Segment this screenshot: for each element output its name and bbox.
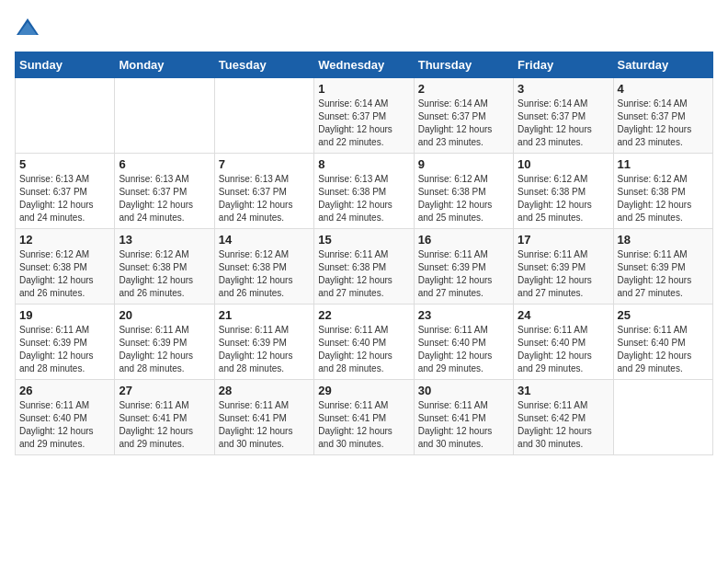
day-info: Sunrise: 6:11 AM Sunset: 6:39 PM Dayligh… (219, 324, 310, 375)
day-info: Sunrise: 6:13 AM Sunset: 6:37 PM Dayligh… (19, 173, 110, 224)
day-info: Sunrise: 6:11 AM Sunset: 6:41 PM Dayligh… (418, 399, 509, 451)
day-info: Sunrise: 6:12 AM Sunset: 6:38 PM Dayligh… (19, 248, 110, 300)
calendar-cell (115, 78, 214, 154)
calendar-cell: 30Sunrise: 6:11 AM Sunset: 6:41 PM Dayli… (414, 380, 513, 455)
calendar-cell: 4Sunrise: 6:14 AM Sunset: 6:37 PM Daylig… (613, 78, 712, 154)
day-info: Sunrise: 6:11 AM Sunset: 6:42 PM Dayligh… (518, 399, 609, 451)
weekday-header-thursday: Thursday (414, 52, 513, 78)
calendar-cell: 26Sunrise: 6:11 AM Sunset: 6:40 PM Dayli… (16, 380, 115, 455)
weekday-header-sunday: Sunday (16, 52, 115, 78)
day-info: Sunrise: 6:11 AM Sunset: 6:39 PM Dayligh… (418, 248, 509, 300)
calendar-cell (613, 380, 712, 455)
day-info: Sunrise: 6:11 AM Sunset: 6:40 PM Dayligh… (418, 324, 509, 375)
day-info: Sunrise: 6:11 AM Sunset: 6:40 PM Dayligh… (518, 324, 609, 375)
calendar-cell: 5Sunrise: 6:13 AM Sunset: 6:37 PM Daylig… (16, 154, 115, 229)
day-number: 3 (518, 82, 609, 96)
calendar-cell: 19Sunrise: 6:11 AM Sunset: 6:39 PM Dayli… (16, 304, 115, 380)
day-info: Sunrise: 6:14 AM Sunset: 6:37 PM Dayligh… (618, 98, 709, 149)
day-number: 9 (418, 157, 509, 171)
day-number: 28 (219, 384, 310, 397)
weekday-header-friday: Friday (514, 52, 613, 78)
day-number: 26 (19, 384, 110, 397)
calendar-cell: 6Sunrise: 6:13 AM Sunset: 6:37 PM Daylig… (115, 154, 214, 229)
day-info: Sunrise: 6:13 AM Sunset: 6:37 PM Dayligh… (219, 173, 310, 224)
day-number: 5 (19, 157, 110, 171)
calendar-cell: 2Sunrise: 6:14 AM Sunset: 6:37 PM Daylig… (414, 78, 513, 154)
calendar-cell: 3Sunrise: 6:14 AM Sunset: 6:37 PM Daylig… (514, 78, 613, 154)
calendar-cell: 27Sunrise: 6:11 AM Sunset: 6:41 PM Dayli… (115, 380, 214, 455)
calendar-week-row: 26Sunrise: 6:11 AM Sunset: 6:40 PM Dayli… (16, 380, 713, 455)
day-number: 12 (19, 233, 110, 247)
day-number: 29 (318, 384, 409, 397)
day-number: 20 (119, 308, 210, 322)
day-number: 6 (119, 157, 210, 171)
calendar-cell: 7Sunrise: 6:13 AM Sunset: 6:37 PM Daylig… (214, 154, 313, 229)
day-number: 15 (318, 233, 409, 247)
day-number: 11 (618, 157, 709, 171)
weekday-header-row: SundayMondayTuesdayWednesdayThursdayFrid… (16, 52, 713, 78)
calendar-cell: 15Sunrise: 6:11 AM Sunset: 6:38 PM Dayli… (314, 229, 414, 304)
weekday-header-wednesday: Wednesday (314, 52, 414, 78)
calendar-cell: 31Sunrise: 6:11 AM Sunset: 6:42 PM Dayli… (514, 380, 613, 455)
day-info: Sunrise: 6:11 AM Sunset: 6:41 PM Dayligh… (119, 399, 210, 451)
day-info: Sunrise: 6:13 AM Sunset: 6:38 PM Dayligh… (318, 173, 409, 224)
day-info: Sunrise: 6:11 AM Sunset: 6:39 PM Dayligh… (119, 324, 210, 375)
day-info: Sunrise: 6:11 AM Sunset: 6:41 PM Dayligh… (219, 399, 310, 451)
day-number: 24 (518, 308, 609, 322)
calendar-cell: 21Sunrise: 6:11 AM Sunset: 6:39 PM Dayli… (214, 304, 313, 380)
day-info: Sunrise: 6:12 AM Sunset: 6:38 PM Dayligh… (119, 248, 210, 300)
logo (15, 15, 44, 40)
calendar-cell (16, 78, 115, 154)
day-info: Sunrise: 6:11 AM Sunset: 6:41 PM Dayligh… (318, 399, 409, 451)
calendar-week-row: 12Sunrise: 6:12 AM Sunset: 6:38 PM Dayli… (16, 229, 713, 304)
calendar-cell: 29Sunrise: 6:11 AM Sunset: 6:41 PM Dayli… (314, 380, 414, 455)
day-info: Sunrise: 6:11 AM Sunset: 6:40 PM Dayligh… (19, 399, 110, 451)
day-number: 10 (518, 157, 609, 171)
calendar-cell: 9Sunrise: 6:12 AM Sunset: 6:38 PM Daylig… (414, 154, 513, 229)
day-number: 27 (119, 384, 210, 397)
calendar-week-row: 5Sunrise: 6:13 AM Sunset: 6:37 PM Daylig… (16, 154, 713, 229)
day-number: 21 (219, 308, 310, 322)
calendar-week-row: 1Sunrise: 6:14 AM Sunset: 6:37 PM Daylig… (16, 78, 713, 154)
day-info: Sunrise: 6:11 AM Sunset: 6:40 PM Dayligh… (318, 324, 409, 375)
day-info: Sunrise: 6:11 AM Sunset: 6:38 PM Dayligh… (318, 248, 409, 300)
calendar-cell: 11Sunrise: 6:12 AM Sunset: 6:38 PM Dayli… (613, 154, 712, 229)
day-number: 22 (318, 308, 409, 322)
day-number: 30 (418, 384, 509, 397)
day-info: Sunrise: 6:12 AM Sunset: 6:38 PM Dayligh… (618, 173, 709, 224)
calendar-cell: 8Sunrise: 6:13 AM Sunset: 6:38 PM Daylig… (314, 154, 414, 229)
day-info: Sunrise: 6:11 AM Sunset: 6:39 PM Dayligh… (19, 324, 110, 375)
day-number: 23 (418, 308, 509, 322)
calendar-cell: 14Sunrise: 6:12 AM Sunset: 6:38 PM Dayli… (214, 229, 313, 304)
calendar-cell: 12Sunrise: 6:12 AM Sunset: 6:38 PM Dayli… (16, 229, 115, 304)
calendar-cell: 10Sunrise: 6:12 AM Sunset: 6:38 PM Dayli… (514, 154, 613, 229)
calendar-cell: 20Sunrise: 6:11 AM Sunset: 6:39 PM Dayli… (115, 304, 214, 380)
day-number: 13 (119, 233, 210, 247)
calendar-cell: 1Sunrise: 6:14 AM Sunset: 6:37 PM Daylig… (314, 78, 414, 154)
weekday-header-monday: Monday (115, 52, 214, 78)
day-number: 14 (219, 233, 310, 247)
calendar-cell: 18Sunrise: 6:11 AM Sunset: 6:39 PM Dayli… (613, 229, 712, 304)
day-info: Sunrise: 6:12 AM Sunset: 6:38 PM Dayligh… (518, 173, 609, 224)
calendar-week-row: 19Sunrise: 6:11 AM Sunset: 6:39 PM Dayli… (16, 304, 713, 380)
page-header (15, 15, 713, 40)
day-number: 8 (318, 157, 409, 171)
calendar-cell: 16Sunrise: 6:11 AM Sunset: 6:39 PM Dayli… (414, 229, 513, 304)
day-number: 1 (318, 82, 409, 96)
weekday-header-tuesday: Tuesday (214, 52, 313, 78)
day-number: 25 (618, 308, 709, 322)
day-info: Sunrise: 6:12 AM Sunset: 6:38 PM Dayligh… (219, 248, 310, 300)
day-number: 16 (418, 233, 509, 247)
calendar-cell: 17Sunrise: 6:11 AM Sunset: 6:39 PM Dayli… (514, 229, 613, 304)
day-info: Sunrise: 6:11 AM Sunset: 6:40 PM Dayligh… (618, 324, 709, 375)
day-info: Sunrise: 6:14 AM Sunset: 6:37 PM Dayligh… (518, 98, 609, 149)
day-info: Sunrise: 6:13 AM Sunset: 6:37 PM Dayligh… (119, 173, 210, 224)
calendar-cell: 22Sunrise: 6:11 AM Sunset: 6:40 PM Dayli… (314, 304, 414, 380)
day-number: 18 (618, 233, 709, 247)
calendar-cell: 13Sunrise: 6:12 AM Sunset: 6:38 PM Dayli… (115, 229, 214, 304)
calendar-table: SundayMondayTuesdayWednesdayThursdayFrid… (15, 52, 713, 455)
logo-icon (15, 15, 40, 40)
weekday-header-saturday: Saturday (613, 52, 712, 78)
day-info: Sunrise: 6:12 AM Sunset: 6:38 PM Dayligh… (418, 173, 509, 224)
calendar-cell: 28Sunrise: 6:11 AM Sunset: 6:41 PM Dayli… (214, 380, 313, 455)
